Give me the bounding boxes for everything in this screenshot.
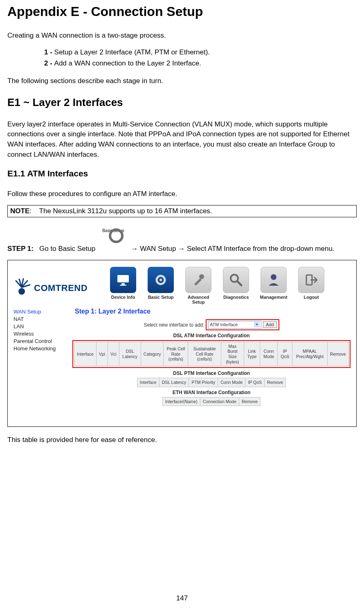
ptm-col-conn-mode: Conn Mode (218, 378, 245, 387)
section-e1-body: Every layer2 interface operates in Multi… (7, 120, 357, 160)
router-ui-screenshot: COMTREND Device Info Basic Setup (7, 260, 357, 427)
stage-1-text: Setup a Layer 2 Interface (ATM, PTM or E… (54, 48, 210, 56)
eth-col-remove: Remove (239, 397, 260, 406)
nav-management[interactable]: Management (256, 267, 291, 304)
basic-setup-icon: Basic Setup (99, 225, 128, 254)
chevron-down-icon (254, 322, 260, 327)
nav-label: Device Info (111, 295, 135, 300)
step-1-before: Go to Basic Setup (39, 245, 95, 253)
magnifier-icon (223, 267, 249, 293)
eth-config-title: ETH WAN Interface Configuration (71, 390, 352, 395)
atm-col-conn-mode: Conn Mode (260, 342, 277, 366)
atm-table: Interface Vpi Vci DSL Latency Category P… (74, 342, 349, 366)
note-label: NOTE (10, 207, 29, 215)
svg-rect-1 (117, 275, 129, 282)
svg-point-0 (18, 288, 25, 295)
sidenav-wireless[interactable]: Wireless (13, 331, 67, 337)
logo-icon (12, 278, 31, 298)
atm-col-sustainable: Sustainable Cell Rate (cells/s) (188, 342, 221, 366)
atm-col-remove: Remove (327, 342, 348, 366)
main-panel: Step 1: Layer 2 Interface Select new int… (69, 305, 356, 426)
nav-label: Advanced Setup (188, 295, 209, 304)
ptm-col-remove: Remove (265, 378, 286, 387)
eth-table: Interface/(Name) Connection Mode Remove (162, 397, 261, 406)
section-e11-title: E1.1 ATM Interfaces (7, 169, 357, 178)
eth-col-interface-name: Interface/(Name) (162, 397, 200, 406)
nav-label: Management (260, 295, 287, 300)
svg-rect-3 (120, 285, 126, 286)
nav-label: Basic Setup (148, 295, 174, 300)
nav-advanced-setup[interactable]: Advanced Setup (181, 267, 216, 304)
atm-col-vci: Vci (108, 342, 119, 366)
add-button[interactable]: Add (263, 321, 277, 328)
svg-line-8 (237, 281, 241, 285)
nav-basic-setup[interactable]: Basic Setup (143, 267, 178, 304)
sidenav-wan-setup[interactable]: WAN Setup (13, 309, 67, 315)
nav-label: Logout (303, 295, 319, 300)
stage-list: 1 - Setup a Layer 2 Interface (ATM, PTM … (44, 47, 357, 69)
stage-1-num: 1 - (44, 48, 54, 56)
eth-col-conn-mode: Connection Mode (200, 397, 239, 406)
logo-text: COMTREND (34, 283, 88, 293)
atm-col-peak: Peak Cell Rate (cells/s) (164, 342, 188, 366)
step-heading: Step 1: Layer 2 Interface (75, 308, 352, 315)
add-interface-highlight: ATM Interface Add (206, 319, 279, 330)
stage-2-num: 2 - (44, 59, 54, 67)
ptm-table: Interface DSL Latency PTM Priority Conn … (137, 378, 286, 387)
side-nav: WAN Setup NAT LAN Wireless Parental Cont… (8, 305, 69, 426)
atm-col-max-burst: Max Burst Size (bytes) (221, 342, 244, 366)
ptm-col-dsl-latency: DSL Latency (159, 378, 189, 387)
sidenav-home-networking[interactable]: Home Networking (13, 345, 67, 352)
note-box: NOTE: The NexusLink 3112u supports up to… (7, 205, 357, 217)
stage-2-text: Add a WAN connection to the Layer 2 Inte… (54, 59, 201, 67)
page-title: Appendix E - Connection Setup (7, 4, 357, 19)
select-label: Select new interface to add: (144, 322, 204, 327)
atm-config-title: DSL ATM Interface Configuration (71, 333, 352, 338)
logo: COMTREND (12, 278, 88, 298)
nav-diagnostics[interactable]: Diagnostics (218, 267, 254, 304)
monitor-icon (110, 267, 136, 293)
closing-line: This table is provided here for ease of … (7, 435, 357, 445)
step-1-row: STEP 1: Go to Basic Setup Basic Setup → … (7, 225, 357, 254)
atm-col-link-type: Link Type (244, 342, 260, 366)
atm-col-ip-qos: IP QoS (278, 342, 292, 366)
note-text: The NexusLink 3112u supports up to 16 AT… (39, 207, 212, 215)
intro-text: Creating a WAN connection is a two-stage… (7, 31, 357, 41)
intro-followup: The following sections describe each sta… (7, 76, 357, 86)
nav-device-info[interactable]: Device Info (106, 267, 141, 304)
atm-col-dsl-latency: DSL Latency (119, 342, 141, 366)
nav-label: Diagnostics (223, 295, 249, 300)
section-e11-body: Follow these procedures to configure an … (7, 189, 357, 199)
ptm-col-ptm-priority: PTM Priority (189, 378, 218, 387)
atm-table-highlight: Interface Vpi Vci DSL Latency Category P… (72, 340, 351, 368)
interface-select[interactable]: ATM Interface (208, 321, 261, 329)
logout-icon (298, 267, 324, 293)
tools-icon (185, 267, 211, 293)
section-e1-title: E1 ~ Layer 2 Interfaces (7, 96, 357, 109)
step-1-after: → WAN Setup → Select ATM Interface from … (131, 245, 335, 253)
person-icon (261, 267, 287, 293)
ptm-config-title: DSL PTM Interface Configuration (71, 370, 352, 376)
atm-col-category: Category (141, 342, 164, 366)
sidenav-lan[interactable]: LAN (13, 323, 67, 329)
ptm-col-ip-qos: IP QoS (245, 378, 265, 387)
step-1-label: STEP 1: (7, 244, 34, 254)
atm-col-interface: Interface (74, 342, 97, 366)
top-nav: Device Info Basic Setup Advanced Setup (106, 267, 329, 304)
svg-point-5 (160, 279, 162, 281)
nav-logout[interactable]: Logout (294, 267, 329, 304)
svg-rect-2 (121, 283, 125, 285)
page-number: 147 (0, 594, 364, 602)
ptm-col-interface: Interface (137, 378, 159, 387)
interface-select-value: ATM Interface (210, 322, 238, 327)
gear-icon (148, 267, 174, 293)
atm-col-vpi: Vpi (96, 342, 108, 366)
svg-point-9 (271, 274, 276, 280)
select-row: Select new interface to add: ATM Interfa… (71, 319, 352, 330)
atm-col-mpaal: MPAAL Prec/Alg/Wght (292, 342, 328, 366)
svg-point-6 (199, 274, 204, 279)
sidenav-nat[interactable]: NAT (13, 316, 67, 322)
sidenav-parental-control[interactable]: Parental Control (13, 338, 67, 344)
